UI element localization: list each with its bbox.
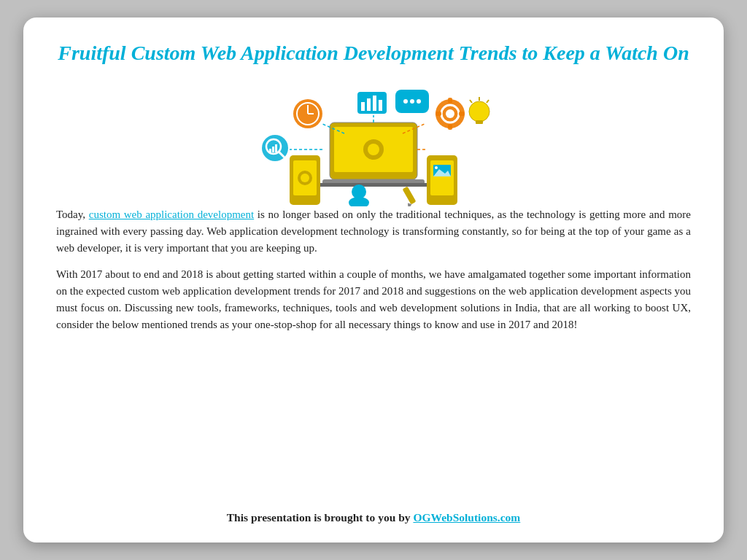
footer-link[interactable]: OGWebSolutions.com [413, 511, 520, 524]
footer-text: This presentation is brought to you by [227, 511, 414, 524]
svg-line-40 [487, 100, 489, 103]
svg-rect-34 [436, 112, 441, 116]
svg-rect-45 [272, 147, 274, 152]
paragraph-1: Today, custom web application developmen… [56, 206, 691, 257]
paragraph-2: With 2017 about to end and 2018 is about… [56, 266, 691, 334]
svg-point-14 [435, 166, 438, 169]
svg-rect-49 [403, 186, 417, 204]
svg-rect-20 [361, 102, 365, 111]
svg-point-9 [301, 174, 309, 182]
svg-rect-35 [459, 112, 465, 116]
svg-point-31 [446, 109, 454, 118]
svg-point-27 [410, 99, 414, 104]
svg-point-3 [368, 144, 379, 155]
svg-rect-5 [319, 183, 428, 187]
illustration [249, 79, 498, 206]
para1-start: Today, [56, 209, 89, 220]
svg-rect-23 [379, 100, 382, 111]
svg-rect-22 [373, 96, 376, 111]
svg-point-36 [469, 101, 489, 122]
svg-point-26 [403, 99, 408, 104]
custom-web-link[interactable]: custom web application development [89, 209, 254, 220]
slide-title: Fruitful Custom Web Application Developm… [58, 39, 689, 67]
svg-rect-37 [476, 120, 483, 124]
svg-rect-46 [275, 144, 277, 152]
svg-point-28 [417, 99, 421, 104]
slide: Fruitful Custom Web Application Developm… [23, 18, 724, 542]
svg-line-39 [470, 100, 472, 103]
svg-rect-21 [367, 98, 371, 111]
svg-rect-44 [269, 149, 271, 152]
svg-rect-33 [448, 124, 452, 130]
svg-rect-32 [448, 98, 452, 104]
body-content: Today, custom web application developmen… [56, 206, 691, 343]
footer: This presentation is brought to you by O… [227, 505, 521, 524]
svg-point-48 [349, 197, 369, 206]
